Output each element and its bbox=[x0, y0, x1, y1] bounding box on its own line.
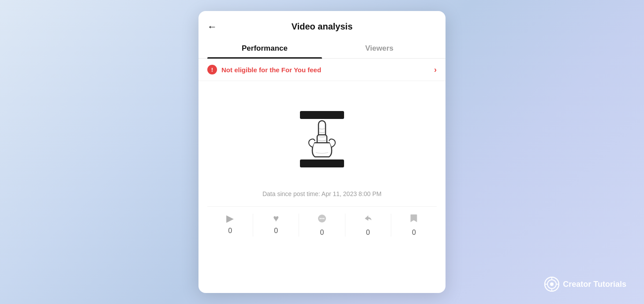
page-title: Video analysis bbox=[292, 22, 353, 32]
heart-icon: ♥ bbox=[273, 214, 279, 223]
tab-viewers[interactable]: Viewers bbox=[322, 39, 437, 58]
plays-value: 0 bbox=[228, 227, 232, 235]
eligibility-text: Not eligible for the For You feed bbox=[221, 66, 321, 74]
data-since-text: Data since post time: Apr 11, 2023 8:00 … bbox=[262, 190, 382, 197]
svg-rect-1 bbox=[300, 159, 344, 167]
stat-saves: 0 bbox=[391, 214, 437, 237]
comments-value: 0 bbox=[320, 229, 324, 237]
stat-likes: ♥ 0 bbox=[253, 214, 299, 237]
back-button[interactable]: ← bbox=[207, 22, 217, 32]
svg-point-6 bbox=[322, 218, 323, 219]
svg-rect-0 bbox=[300, 111, 344, 119]
hand-illustration bbox=[278, 94, 366, 182]
header: ← Video analysis bbox=[198, 11, 446, 39]
creator-badge: Creator Tutorials bbox=[544, 277, 626, 292]
svg-point-5 bbox=[320, 218, 321, 219]
eligibility-banner[interactable]: ! Not eligible for the For You feed › bbox=[198, 59, 446, 81]
share-icon bbox=[363, 214, 373, 225]
content-area: Data since post time: Apr 11, 2023 8:00 … bbox=[198, 81, 446, 293]
stat-comments: 0 bbox=[299, 214, 345, 237]
shares-value: 0 bbox=[366, 229, 370, 237]
svg-point-7 bbox=[323, 218, 325, 219]
creator-badge-text: Creator Tutorials bbox=[563, 280, 626, 289]
tabs-container: Performance Viewers bbox=[198, 39, 446, 59]
error-icon: ! bbox=[207, 65, 217, 74]
stat-plays: ▶ 0 bbox=[207, 214, 253, 237]
likes-value: 0 bbox=[274, 227, 278, 235]
stats-row: ▶ 0 ♥ 0 0 bbox=[207, 206, 437, 244]
bookmark-icon bbox=[409, 214, 418, 225]
play-icon: ▶ bbox=[226, 214, 234, 223]
tab-performance[interactable]: Performance bbox=[207, 39, 322, 58]
comment-icon bbox=[317, 214, 327, 225]
stat-shares: 0 bbox=[345, 214, 391, 237]
saves-value: 0 bbox=[412, 229, 416, 237]
phone-card: ← Video analysis Performance Viewers ! N… bbox=[198, 11, 446, 293]
svg-point-10 bbox=[550, 282, 554, 286]
chevron-right-icon: › bbox=[434, 65, 437, 74]
